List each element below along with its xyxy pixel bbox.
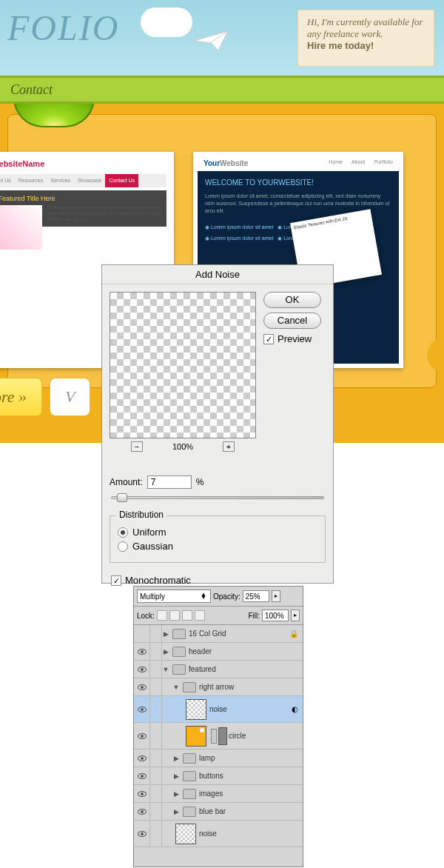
thumb1-tab: Services bbox=[47, 174, 74, 187]
thumb1-tab: About Us bbox=[0, 174, 15, 187]
nav-bar: Contact bbox=[0, 76, 444, 104]
thumb1-tab: Resources bbox=[15, 174, 47, 187]
logo-text: FOLIO bbox=[7, 7, 119, 48]
thumb1-sitename: r WebsiteName bbox=[0, 159, 166, 168]
site-header: FOLIO Hi, I'm currently available for an… bbox=[0, 0, 444, 76]
cancel-button[interactable]: Cancel bbox=[263, 313, 321, 329]
welcome-a: WELCOME TO bbox=[205, 178, 258, 187]
sticky-text: Hi, I'm currently available for any free… bbox=[307, 16, 423, 39]
zoom-value: 100% bbox=[172, 442, 193, 443]
featured-title: ★ Featured Title Here bbox=[0, 195, 162, 202]
thumb2-name-a: Your bbox=[204, 159, 220, 167]
add-noise-dialog: Add Noise − 100% + OK Cancel ✓ Preview A… bbox=[101, 264, 334, 443]
thumb2-nav: Home bbox=[329, 159, 343, 168]
thumb2-name-b: Website bbox=[220, 159, 248, 167]
zoom-out-button[interactable]: − bbox=[131, 441, 143, 443]
cloud-icon bbox=[141, 7, 192, 37]
sticky-note[interactable]: Hi, I'm currently available for any free… bbox=[297, 10, 434, 67]
more-button[interactable]: ore » bbox=[0, 378, 42, 416]
thumb2-nav: Portfolio bbox=[374, 159, 393, 168]
thumb1-tab: Showcase bbox=[74, 174, 105, 187]
preview-label: Preview bbox=[278, 333, 312, 344]
welcome-b: YOURWEBSITE! bbox=[258, 178, 314, 187]
featured-image bbox=[0, 205, 42, 250]
zoom-in-button[interactable]: + bbox=[223, 441, 235, 443]
thumb1-tab: Contact Us bbox=[105, 174, 138, 187]
paper-plane-icon bbox=[192, 30, 229, 55]
hire-cta[interactable]: Hire me today! bbox=[307, 40, 374, 51]
noise-preview[interactable] bbox=[110, 292, 256, 438]
nav-item-contact[interactable]: Contact bbox=[10, 82, 53, 97]
dialog-title: Add Noise bbox=[102, 265, 333, 284]
ok-button[interactable]: OK bbox=[263, 292, 321, 308]
preview-checkbox[interactable]: ✓ bbox=[263, 334, 274, 344]
thumb2-nav: About bbox=[352, 159, 365, 168]
view-button[interactable]: V bbox=[50, 378, 90, 416]
